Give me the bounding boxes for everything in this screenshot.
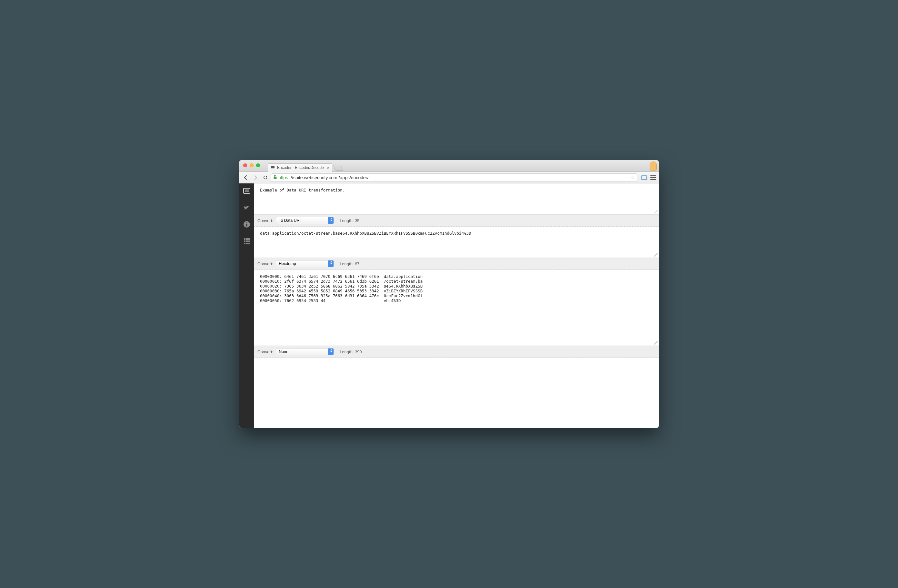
pane-0-length-value: 35 — [355, 218, 359, 223]
pane-2: Convert: None Length: 399 — [254, 270, 659, 358]
svg-rect-3 — [274, 177, 277, 179]
address-bar[interactable]: https://suite.websecurify.com/apps/encod… — [271, 173, 637, 182]
svg-rect-1 — [271, 167, 275, 168]
browser-tab[interactable]: Encoder - Encoder/Decode × — [268, 163, 332, 172]
pane-1-length-value: 87 — [355, 261, 359, 266]
pane-0-controls: Convert: To Data URI Length: 35 — [254, 214, 659, 227]
zoom-window-button[interactable] — [256, 163, 260, 167]
titlebar: Encoder - Encoder/Decode × — [239, 160, 659, 172]
browser-window: Encoder - Encoder/Decode × https://suite… — [239, 160, 659, 428]
sidebar-apps-icon[interactable] — [242, 236, 252, 246]
app-sidebar — [239, 183, 254, 428]
pane-1-convert-select[interactable]: Hexdump — [276, 260, 334, 267]
tab-title: Encoder - Encoder/Decode — [277, 165, 324, 170]
convert-label: Convert: — [257, 261, 273, 266]
convert-label: Convert: — [257, 350, 273, 354]
window-controls — [243, 163, 260, 167]
forward-button[interactable] — [252, 174, 259, 181]
pane-0-textarea[interactable] — [254, 183, 659, 214]
sidebar-info-icon[interactable] — [242, 220, 252, 229]
svg-rect-2 — [271, 169, 275, 169]
minimize-window-button[interactable] — [250, 163, 254, 167]
pane-0: Convert: To Data URI Length: 35 — [254, 183, 659, 227]
pane-0-convert-select[interactable]: To Data URI — [276, 217, 334, 224]
sidebar-encoder-button[interactable] — [242, 186, 252, 196]
encoder-content: Convert: To Data URI Length: 35 — [254, 183, 659, 428]
pane-2-controls: Convert: None Length: 399 — [254, 345, 659, 358]
tab-favicon — [271, 165, 275, 170]
url-path: /apps/encoder/ — [339, 175, 369, 180]
reload-button[interactable] — [261, 174, 269, 181]
url-scheme: https — [278, 175, 288, 180]
url-host: ://suite.websecurify.com — [289, 175, 337, 180]
pane-2-textarea[interactable] — [254, 270, 659, 345]
app-body: Convert: To Data URI Length: 35 — [239, 183, 659, 428]
lock-icon — [273, 175, 277, 180]
profile-avatar[interactable] — [650, 161, 657, 170]
svg-rect-10 — [246, 224, 248, 227]
length-label: Length: 87 — [340, 261, 359, 266]
pane-2-length-value: 399 — [355, 350, 362, 354]
pane-1: Convert: Hexdump Length: 87 — [254, 227, 659, 270]
convert-label: Convert: — [257, 218, 273, 223]
browser-toolbar: https://suite.websecurify.com/apps/encod… — [239, 172, 659, 183]
pane-1-controls: Convert: Hexdump Length: 87 — [254, 258, 659, 270]
length-label: Length: 35 — [340, 218, 359, 223]
close-window-button[interactable] — [243, 163, 247, 167]
extension-icon[interactable] — [641, 175, 647, 180]
new-tab-button[interactable] — [333, 165, 343, 170]
tab-close-button[interactable]: × — [327, 165, 329, 170]
sidebar-bird-icon[interactable] — [242, 203, 252, 212]
pane-1-textarea[interactable] — [254, 227, 659, 258]
back-button[interactable] — [242, 174, 250, 181]
chrome-menu-button[interactable] — [650, 175, 656, 180]
bookmark-star-icon[interactable]: ☆ — [630, 174, 635, 181]
toolbar-actions — [639, 175, 656, 180]
svg-point-9 — [246, 223, 247, 223]
pane-2-convert-select[interactable]: None — [276, 348, 334, 355]
length-label: Length: 399 — [340, 350, 362, 354]
svg-rect-0 — [271, 166, 275, 167]
